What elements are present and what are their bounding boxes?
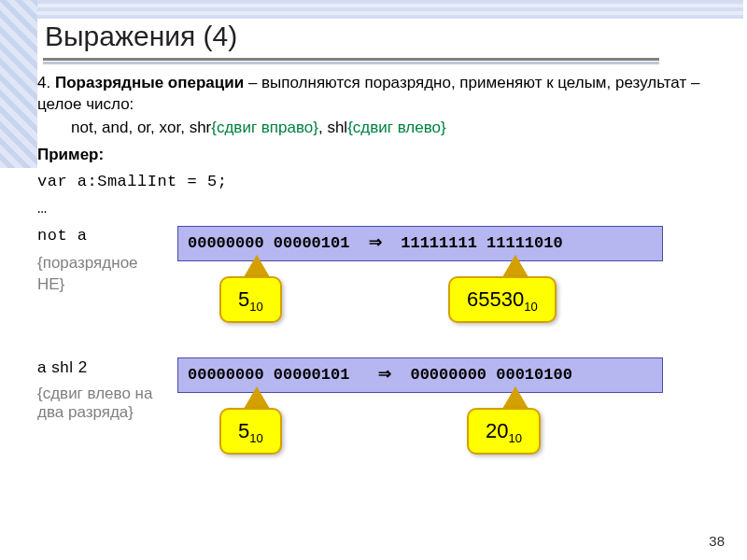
pointer-2b	[504, 389, 527, 410]
pointer-2a	[246, 389, 268, 410]
callout-2b: 2010	[467, 408, 541, 455]
var-declaration: var a:SmallInt = 5;	[37, 172, 710, 193]
content-area: 4. Поразрядные операции – выполняются по…	[37, 73, 710, 497]
callout-2a-sub: 10	[249, 431, 262, 445]
title-underline	[43, 58, 659, 61]
pointer-1b	[504, 258, 527, 278]
ops-mid: , shl	[318, 118, 347, 139]
bits-1-left: 00000000 00000101	[188, 234, 349, 252]
expr-1: not a	[37, 226, 159, 247]
example-2: a shl 2 {сдвиг влево на два разряда} 000…	[37, 357, 710, 497]
callout-1b-sub: 10	[524, 300, 537, 314]
example-1: not a {поразрядное НЕ} 00000000 00000101…	[37, 226, 710, 352]
callout-1a-sub: 10	[249, 300, 262, 314]
ops-shr-note: {сдвиг вправо}	[211, 118, 318, 139]
slide-title: Выражения (4)	[45, 21, 237, 52]
example-label: Пример:	[37, 145, 710, 166]
pointer-1a	[246, 258, 268, 278]
page-number: 38	[709, 533, 725, 549]
callout-2b-val: 20	[486, 419, 508, 442]
bits-2-arrow: ⇒	[378, 365, 391, 383]
callout-2b-sub: 10	[508, 431, 521, 445]
bits-1-right: 11111111 11111010	[401, 234, 562, 252]
expr-col-2: a shl 2 {сдвиг влево на два разряда}	[37, 357, 159, 423]
callout-2a-val: 5	[238, 419, 249, 442]
intro-bold: Поразрядные операции	[55, 74, 244, 91]
intro-paragraph: 4. Поразрядные операции – выполняются по…	[37, 73, 710, 139]
bits-2-right: 00000000 00010100	[410, 366, 571, 384]
ops-plain-1: not, and, or, xor, shr	[71, 118, 211, 139]
callout-1a-val: 5	[238, 287, 249, 311]
expr-1-note: {поразрядное НЕ}	[37, 253, 159, 296]
bits-2-left: 00000000 00000101	[188, 366, 349, 384]
slide-title-wrap: Выражения (4)	[45, 21, 237, 52]
expr-2-note: {сдвиг влево на два разряда}	[37, 385, 159, 423]
callout-1b: 6553010	[448, 276, 557, 323]
callout-1a: 510	[219, 276, 282, 323]
ops-shl-note: {сдвиг влево}	[347, 118, 446, 139]
ellipsis: …	[37, 199, 710, 220]
callout-1b-val: 65530	[467, 287, 524, 311]
expr-col-1: not a {поразрядное НЕ}	[37, 226, 159, 296]
bits-1-arrow: ⇒	[369, 233, 382, 251]
decorative-left-bar	[0, 0, 37, 168]
callout-2a: 510	[219, 408, 282, 455]
expr-2: a shl 2	[37, 357, 159, 379]
decorative-top-bar	[15, 0, 743, 19]
intro-number: 4.	[37, 74, 50, 91]
